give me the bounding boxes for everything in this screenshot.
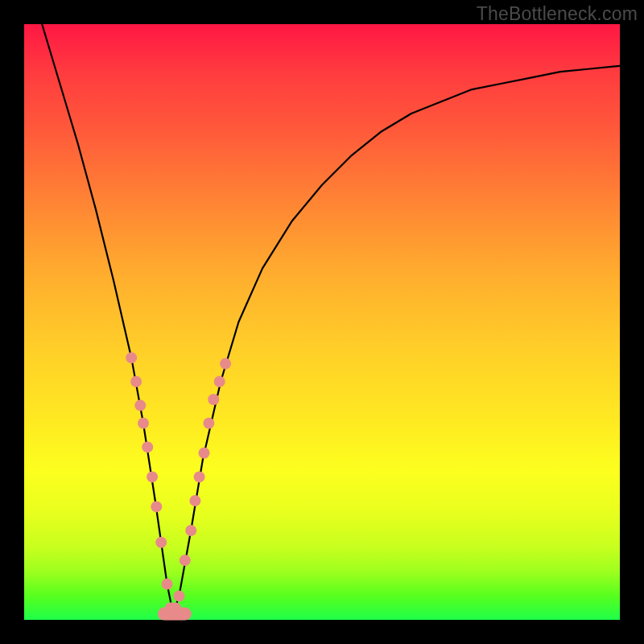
sample-dots-group	[126, 352, 231, 613]
sample-dot	[134, 400, 146, 411]
sample-dot	[126, 352, 137, 363]
sample-dot	[173, 590, 184, 601]
sample-dot	[130, 376, 142, 387]
chart-frame: TheBottleneck.com	[0, 0, 644, 644]
sample-dot	[199, 448, 210, 459]
sample-dot	[142, 441, 153, 452]
sample-dot	[155, 537, 167, 548]
sample-dot	[208, 394, 219, 405]
sample-dot	[220, 358, 231, 369]
sample-dot	[147, 471, 158, 482]
sample-dot	[189, 495, 200, 506]
sample-dot	[214, 376, 225, 387]
sample-dot	[180, 555, 191, 566]
sample-dot	[138, 418, 149, 429]
sample-dot	[151, 501, 162, 512]
sample-dot	[185, 525, 196, 536]
sample-dot	[203, 418, 214, 429]
sample-dot	[162, 579, 173, 590]
watermark-text: TheBottleneck.com	[477, 3, 638, 25]
bottleneck-curve	[42, 24, 620, 614]
chart-svg	[24, 24, 620, 620]
sample-dot	[194, 471, 205, 482]
